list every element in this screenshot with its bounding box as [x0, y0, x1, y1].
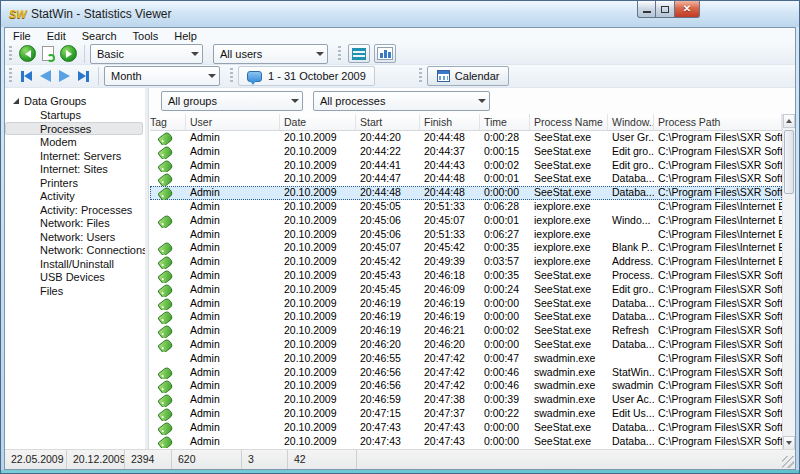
- table-row[interactable]: Admin 20.10.2009 20:46:56 20:47:42 0:00:…: [150, 366, 782, 380]
- toolbar-grip[interactable]: [419, 68, 422, 84]
- process-name-cell: swadmin.exe: [530, 366, 608, 380]
- table-row[interactable]: Admin 20.10.2009 20:44:48 20:44:48 0:00:…: [150, 186, 782, 200]
- profile-select[interactable]: Basic: [90, 44, 203, 64]
- first-period-button[interactable]: [21, 71, 32, 82]
- process-path-cell: C:\Program Files\SXR Softw...: [654, 435, 782, 449]
- table-row[interactable]: Admin 20.10.2009 20:46:59 20:47:38 0:00:…: [150, 393, 782, 407]
- sidebar-item[interactable]: Network: Files: [5, 216, 145, 230]
- date-cell: 20.10.2009: [280, 200, 356, 214]
- period-select[interactable]: Month: [104, 66, 220, 86]
- toolbar-grip[interactable]: [9, 68, 12, 84]
- column-header-process-path[interactable]: Process Path: [654, 114, 782, 130]
- table-row[interactable]: Admin 20.10.2009 20:47:15 20:47:37 0:00:…: [150, 407, 782, 421]
- column-header-window-title[interactable]: Window...: [608, 114, 654, 130]
- process-path-cell: C:\Program Files\Internet Ex...: [654, 200, 782, 214]
- sidebar-item[interactable]: Activity: [5, 189, 145, 203]
- back-button[interactable]: [19, 45, 36, 62]
- tag-cell: [150, 352, 186, 366]
- refresh-report-button[interactable]: [41, 46, 55, 62]
- sidebar-item[interactable]: Internet: Servers: [5, 149, 145, 163]
- table-row[interactable]: Admin 20.10.2009 20:45:43 20:46:18 0:00:…: [150, 269, 782, 283]
- sidebar-item[interactable]: Printers: [5, 176, 145, 190]
- sidebar-item[interactable]: USB Devices: [5, 270, 145, 284]
- calendar-button[interactable]: Calendar: [427, 66, 510, 86]
- sidebar-item[interactable]: Processes: [5, 122, 143, 136]
- previous-period-button[interactable]: [40, 70, 51, 82]
- table-row[interactable]: Admin 20.10.2009 20:45:06 20:51:33 0:06:…: [150, 228, 782, 242]
- process-name-cell: SeeStat.exe: [530, 131, 608, 145]
- users-select[interactable]: All users: [213, 44, 328, 64]
- sidebar-item[interactable]: Startups: [5, 108, 145, 122]
- menu-item[interactable]: Tools: [125, 29, 167, 43]
- sidebar-item[interactable]: Files: [5, 284, 145, 298]
- table-row[interactable]: Admin 20.10.2009 20:44:47 20:44:48 0:00:…: [150, 172, 782, 186]
- scroll-down-button[interactable]: [783, 436, 795, 450]
- table-row[interactable]: Admin 20.10.2009 20:45:05 20:51:33 0:06:…: [150, 200, 782, 214]
- user-cell: Admin: [186, 200, 280, 214]
- vertical-scrollbar[interactable]: [782, 114, 795, 450]
- column-header-tag[interactable]: Tag: [150, 114, 186, 130]
- table-row[interactable]: Admin 20.10.2009 20:46:19 20:46:19 0:00:…: [150, 297, 782, 311]
- table-row[interactable]: Admin 20.10.2009 20:45:07 20:45:42 0:00:…: [150, 241, 782, 255]
- toolbar-grip[interactable]: [230, 68, 233, 84]
- menu-item[interactable]: Search: [74, 29, 125, 43]
- sidebar-item-label: USB Devices: [40, 271, 105, 283]
- finish-cell: 20:44:43: [420, 159, 480, 173]
- next-period-button[interactable]: [59, 70, 70, 82]
- table-row[interactable]: Admin 20.10.2009 20:45:06 20:45:07 0:00:…: [150, 214, 782, 228]
- forward-button[interactable]: [60, 45, 77, 62]
- resize-grip[interactable]: [782, 456, 794, 468]
- column-header-start[interactable]: Start: [356, 114, 420, 130]
- column-header-time[interactable]: Time: [480, 114, 530, 130]
- maximize-button[interactable]: [656, 1, 675, 18]
- sidebar-item[interactable]: Activity: Processes: [5, 203, 145, 217]
- toolbar-grip[interactable]: [9, 46, 12, 62]
- date-cell: 20.10.2009: [280, 338, 356, 352]
- sidebar-item[interactable]: Network: Users: [5, 230, 145, 244]
- menu-item[interactable]: Help: [166, 29, 205, 43]
- scroll-up-button[interactable]: [783, 114, 795, 128]
- table-row[interactable]: Admin 20.10.2009 20:45:45 20:46:09 0:00:…: [150, 283, 782, 297]
- minimize-button[interactable]: [637, 1, 656, 18]
- tree-expanded-icon[interactable]: [13, 98, 19, 104]
- user-cell: Admin: [186, 159, 280, 173]
- splitter-handle[interactable]: [145, 88, 149, 450]
- sidebar-item[interactable]: Internet: Sites: [5, 162, 145, 176]
- process-name-cell: SeeStat.exe: [530, 310, 608, 324]
- table-row[interactable]: Admin 20.10.2009 20:44:20 20:44:48 0:00:…: [150, 131, 782, 145]
- list-view-button[interactable]: [348, 44, 370, 63]
- column-header-user[interactable]: User: [186, 114, 280, 130]
- table-row[interactable]: Admin 20.10.2009 20:44:41 20:44:43 0:00:…: [150, 159, 782, 173]
- window-title-cell: User Ac...: [608, 393, 654, 407]
- user-cell: Admin: [186, 324, 280, 338]
- table-row[interactable]: Admin 20.10.2009 20:47:43 20:47:43 0:00:…: [150, 421, 782, 435]
- date-range-display[interactable]: 1 - 31 October 2009: [238, 66, 375, 86]
- menu-item[interactable]: File: [5, 29, 39, 43]
- column-header-process-name[interactable]: Process Name: [530, 114, 608, 130]
- sidebar-item[interactable]: Modem: [5, 135, 145, 149]
- table-row[interactable]: Admin 20.10.2009 20:46:56 20:47:42 0:00:…: [150, 379, 782, 393]
- table-row[interactable]: Admin 20.10.2009 20:46:55 20:47:42 0:00:…: [150, 352, 782, 366]
- last-period-button[interactable]: [78, 71, 89, 82]
- tag-cell: [150, 200, 186, 214]
- toolbar-grip[interactable]: [338, 46, 341, 62]
- forward-icon: [66, 50, 72, 58]
- chart-view-button[interactable]: [374, 44, 396, 63]
- processes-filter-select[interactable]: All processes: [313, 91, 490, 111]
- table-row[interactable]: Admin 20.10.2009 20:46:20 20:46:20 0:00:…: [150, 338, 782, 352]
- tree-root-data-groups[interactable]: Data Groups: [13, 94, 145, 108]
- scrollbar-thumb[interactable]: [784, 130, 794, 194]
- column-header-finish[interactable]: Finish: [420, 114, 480, 130]
- close-button[interactable]: ✕: [675, 1, 700, 18]
- table-row[interactable]: Admin 20.10.2009 20:47:43 20:47:43 0:00:…: [150, 435, 782, 449]
- groups-filter-select[interactable]: All groups: [161, 91, 303, 111]
- menu-item[interactable]: Edit: [39, 29, 74, 43]
- table-row[interactable]: Admin 20.10.2009 20:45:42 20:49:39 0:03:…: [150, 255, 782, 269]
- sidebar-item[interactable]: Install/Uninstall: [5, 257, 145, 271]
- sidebar-item[interactable]: Network: Connections: [5, 243, 145, 257]
- table-row[interactable]: Admin 20.10.2009 20:46:19 20:46:21 0:00:…: [150, 324, 782, 338]
- column-header-date[interactable]: Date: [280, 114, 356, 130]
- table-row[interactable]: Admin 20.10.2009 20:44:22 20:44:37 0:00:…: [150, 145, 782, 159]
- tag-cell: [150, 421, 186, 435]
- table-row[interactable]: Admin 20.10.2009 20:46:19 20:46:19 0:00:…: [150, 310, 782, 324]
